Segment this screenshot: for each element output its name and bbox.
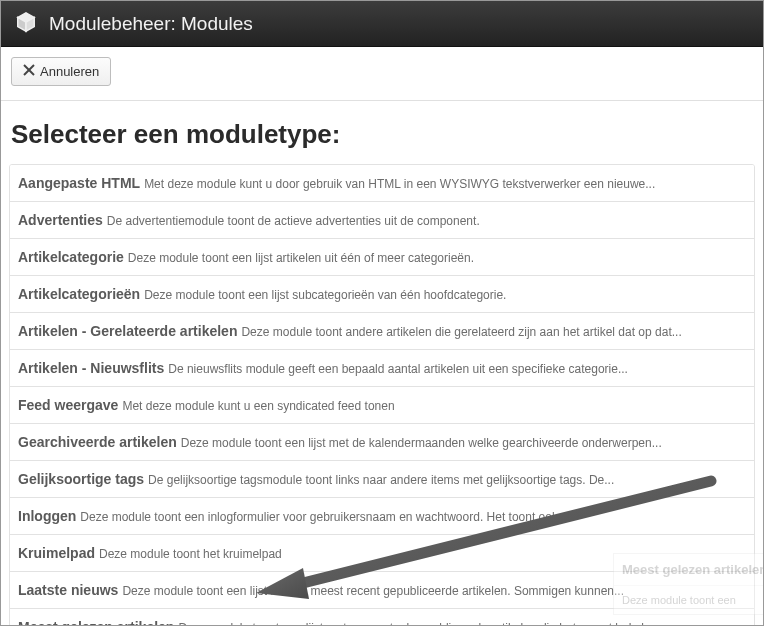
content-area: Selecteer een moduletype: Aangepaste HTM… bbox=[1, 101, 763, 626]
module-name: Inloggen bbox=[18, 508, 76, 524]
toolbar: Annuleren bbox=[1, 47, 763, 101]
close-icon bbox=[23, 64, 35, 79]
module-row[interactable]: Artikelen - NieuwsflitsDe nieuwsflits mo… bbox=[10, 350, 754, 387]
module-row[interactable]: Aangepaste HTMLMet deze module kunt u do… bbox=[10, 165, 754, 202]
module-desc: Deze module toont het kruimelpad bbox=[99, 547, 282, 561]
module-row[interactable]: InloggenDeze module toont een inlogformu… bbox=[10, 498, 754, 535]
module-desc: De nieuwsflits module geeft een bepaald … bbox=[168, 362, 628, 376]
module-desc: Deze module toont een lijst subcategorie… bbox=[144, 288, 506, 302]
module-desc: Deze module toont een lijst artikelen ui… bbox=[128, 251, 474, 265]
module-name: Artikelen - Nieuwsflits bbox=[18, 360, 164, 376]
cube-icon bbox=[15, 11, 37, 37]
module-name: Feed weergave bbox=[18, 397, 118, 413]
page-heading: Selecteer een moduletype: bbox=[11, 119, 753, 150]
module-row[interactable]: KruimelpadDeze module toont het kruimelp… bbox=[10, 535, 754, 572]
module-name: Gelijksoortige tags bbox=[18, 471, 144, 487]
module-row[interactable]: ArtikelcategorieënDeze module toont een … bbox=[10, 276, 754, 313]
module-name: Kruimelpad bbox=[18, 545, 95, 561]
module-name: Advertenties bbox=[18, 212, 103, 228]
module-desc: Deze module toont een lijst met momentee… bbox=[178, 621, 670, 626]
module-desc: Deze module toont een inlogformulier voo… bbox=[80, 510, 568, 524]
cancel-button-label: Annuleren bbox=[40, 64, 99, 79]
cancel-button[interactable]: Annuleren bbox=[11, 57, 111, 86]
module-name: Artikelen - Gerelateerde artikelen bbox=[18, 323, 237, 339]
module-desc: Deze module toont andere artikelen die g… bbox=[241, 325, 681, 339]
module-desc: De advertentiemodule toont de actieve ad… bbox=[107, 214, 480, 228]
module-row[interactable]: ArtikelcategorieDeze module toont een li… bbox=[10, 239, 754, 276]
module-desc: Met deze module kunt u door gebruik van … bbox=[144, 177, 655, 191]
module-row[interactable]: Artikelen - Gerelateerde artikelenDeze m… bbox=[10, 313, 754, 350]
module-name: Meest gelezen artikelen bbox=[18, 619, 174, 626]
module-desc: De gelijksoortige tagsmodule toont links… bbox=[148, 473, 614, 487]
module-name: Laatste nieuws bbox=[18, 582, 118, 598]
module-desc: Deze module toont een lijst met de kalen… bbox=[181, 436, 662, 450]
module-desc: Deze module toont een lijst met de meest… bbox=[122, 584, 624, 598]
module-name: Aangepaste HTML bbox=[18, 175, 140, 191]
module-row[interactable]: AdvertentiesDe advertentiemodule toont d… bbox=[10, 202, 754, 239]
module-type-list: Aangepaste HTMLMet deze module kunt u do… bbox=[9, 164, 755, 626]
module-desc: Met deze module kunt u een syndicated fe… bbox=[122, 399, 394, 413]
header-bar: Modulebeheer: Modules bbox=[1, 1, 763, 47]
module-name: Gearchiveerde artikelen bbox=[18, 434, 177, 450]
module-name: Artikelcategorie bbox=[18, 249, 124, 265]
module-name: Artikelcategorieën bbox=[18, 286, 140, 302]
module-row[interactable]: Gelijksoortige tagsDe gelijksoortige tag… bbox=[10, 461, 754, 498]
module-row[interactable]: Meest gelezen artikelenDeze module toont… bbox=[10, 609, 754, 626]
page-title: Modulebeheer: Modules bbox=[49, 13, 253, 35]
module-row[interactable]: Gearchiveerde artikelenDeze module toont… bbox=[10, 424, 754, 461]
module-row[interactable]: Feed weergaveMet deze module kunt u een … bbox=[10, 387, 754, 424]
module-row[interactable]: Laatste nieuwsDeze module toont een lijs… bbox=[10, 572, 754, 609]
